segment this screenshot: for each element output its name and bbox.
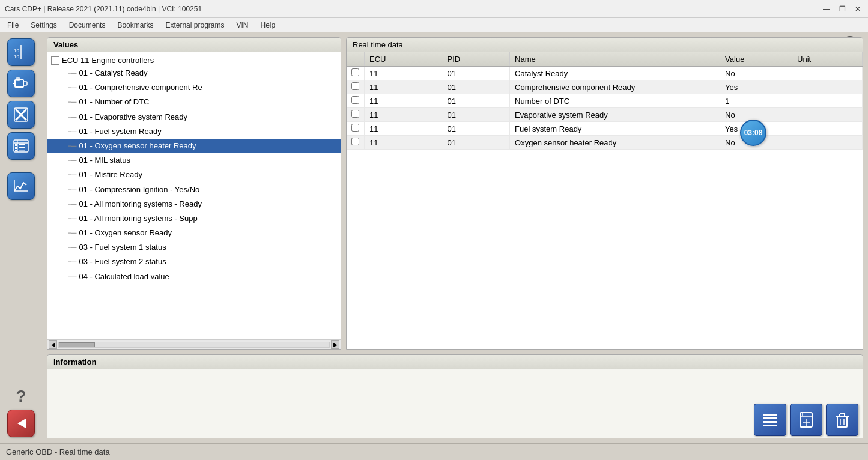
table-row: 11 01 Catalyst Ready No [347,67,863,80]
menu-vin[interactable]: VIN [231,20,253,31]
row-checkbox-2[interactable] [347,94,365,108]
tree-item-label-13: 03 - Fuel system 2 status [79,256,166,267]
tree-line: ├─ [65,213,76,224]
tree-item-3[interactable]: ├─ 01 - Evaporative system Ready [47,110,341,124]
tree-item-1[interactable]: ├─ 01 - Comprehensive component Re [47,80,341,95]
tree-item-0[interactable]: ├─ 01 - Catalyst Ready [47,66,341,80]
tree-root-label: ECU 11 Engine controllers [62,56,154,65]
row-unit-4 [792,122,863,136]
svg-rect-34 [837,416,847,427]
minimize-button[interactable]: — [821,4,832,14]
timer-text: 03:08 [744,129,763,137]
engine-icon[interactable] [7,70,35,97]
row-ecu-4: 11 [365,122,442,136]
top-row: Values − ECU 11 Engine controllers ├─ 01… [47,37,863,350]
realtime-content[interactable]: ECU PID Name Value Unit 11 01 [347,52,863,349]
table-row: 11 01 Evaporative system Ready No [347,108,863,122]
row-checkbox-4[interactable] [347,122,365,136]
tree-line: ├─ [65,112,76,123]
tree-item-5[interactable]: ├─ 01 - Oxygen sensor heater Ready [47,139,341,153]
row-name-3: Evaporative system Ready [510,108,720,122]
tree-root-item[interactable]: − ECU 11 Engine controllers [47,55,341,66]
menu-external[interactable]: External programs [160,20,229,31]
row-unit-1 [792,80,863,94]
menu-bookmarks[interactable]: Bookmarks [112,20,158,31]
tree-item-7[interactable]: ├─ 01 - Misfire Ready [47,168,341,182]
tree-item-9[interactable]: ├─ 01 - All monitoring systems - Ready [47,197,341,211]
tree-line: ├─ [65,228,76,238]
tree-item-12[interactable]: ├─ 03 - Fuel system 1 status [47,240,341,255]
row-ecu-2: 11 [365,94,442,108]
row-unit-3 [792,108,863,122]
checkbox-2[interactable] [351,96,359,104]
collapse-button[interactable]: − [51,56,59,65]
speed-icon[interactable]: 10 10 [7,38,35,66]
tree-item-14[interactable]: └─ 04 - Calculated load value [47,270,341,284]
checkbox-1[interactable] [351,82,359,90]
checkbox-0[interactable] [351,68,359,76]
values-tree[interactable]: − ECU 11 Engine controllers ├─ 01 - Cata… [47,52,341,339]
maximize-button[interactable]: ❐ [837,4,848,14]
sidebar-bottom: ? [7,387,35,437]
svg-rect-17 [19,144,25,145]
checkbox-4[interactable] [351,124,359,132]
center-area: Values − ECU 11 Engine controllers ├─ 01… [42,32,868,443]
scroll-thumb[interactable] [59,342,95,347]
col-value: Value [720,52,792,67]
tree-item-label-12: 03 - Fuel system 1 status [79,242,166,253]
close-button[interactable]: ✕ [852,4,863,14]
tree-line: ├─ [65,242,76,253]
table-row: 11 01 Fuel system Ready Yes [347,122,863,136]
tree-item-label-7: 01 - Misfire Ready [79,169,142,180]
svg-marker-24 [17,419,26,428]
list-button[interactable] [754,404,786,436]
values-scrollbar-h[interactable]: ◀ ▶ [47,339,341,349]
scroll-right-arrow[interactable]: ▶ [331,340,339,349]
fault-icon[interactable] [7,101,35,129]
row-checkbox-3[interactable] [347,108,365,122]
tree-item-label-14: 04 - Calculated load value [79,271,169,282]
monitor-icon[interactable] [7,132,35,160]
delete-button[interactable] [826,404,858,436]
tree-item-10[interactable]: ├─ 01 - All monitoring systems - Supp [47,211,341,226]
title-text: Cars CDP+ | Release 2021 (2021.11) code4… [5,5,202,13]
bookmark-button[interactable] [790,404,822,436]
menu-help[interactable]: Help [256,20,281,31]
tree-line: ├─ [65,256,76,267]
menu-documents[interactable]: Documents [64,20,111,31]
tree-item-11[interactable]: ├─ 01 - Oxygen sensor Ready [47,226,341,240]
svg-rect-6 [15,80,23,87]
row-pid-3: 01 [442,108,510,122]
tree-item-13[interactable]: ├─ 03 - Fuel system 2 status [47,255,341,269]
row-ecu-5: 11 [365,136,442,150]
back-button[interactable] [7,410,35,437]
tree-item-4[interactable]: ├─ 01 - Fuel system Ready [47,124,341,139]
realtime-header-label: Real time data [353,40,403,49]
tree-item-6[interactable]: ├─ 01 - MIL status [47,153,341,168]
menu-file[interactable]: File [2,20,23,31]
help-icon[interactable]: ? [16,387,26,406]
menu-settings[interactable]: Settings [26,20,61,31]
tree-item-2[interactable]: ├─ 01 - Number of DTC [47,95,341,109]
row-name-1: Comprehensive component Ready [510,80,720,94]
row-value-1: Yes [720,80,792,94]
tree-item-label-8: 01 - Compression Ignition - Yes/No [79,184,199,195]
scroll-track[interactable] [58,342,330,348]
row-checkbox-0[interactable] [347,67,365,80]
graph-icon[interactable] [7,172,35,200]
main-content: 10 10 [0,32,868,443]
window-controls: — ❐ ✕ [821,4,863,14]
tree-item-8[interactable]: ├─ 01 - Compression Ignition - Yes/No [47,183,341,197]
tree-line: ├─ [65,68,76,79]
svg-rect-28 [763,425,777,426]
checkbox-3[interactable] [351,110,359,118]
checkbox-5[interactable] [351,138,359,145]
col-pid: PID [442,52,510,67]
row-pid-2: 01 [442,94,510,108]
table-header-row: ECU PID Name Value Unit [347,52,863,67]
row-checkbox-1[interactable] [347,80,365,94]
tree-item-label-5: 01 - Oxygen sensor heater Ready [79,141,196,151]
tree-item-label-4: 01 - Fuel system Ready [79,126,161,137]
row-checkbox-5[interactable] [347,136,365,150]
scroll-left-arrow[interactable]: ◀ [49,340,57,349]
